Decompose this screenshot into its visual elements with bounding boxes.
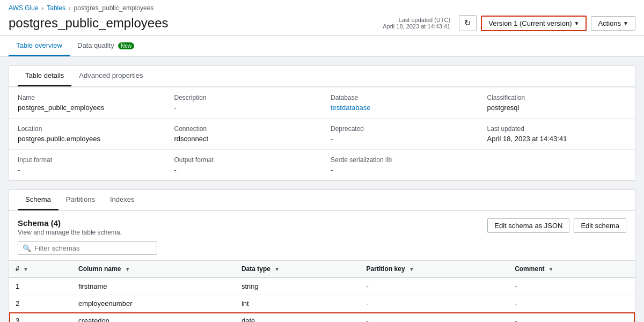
tab-table-details[interactable]: Table details <box>18 66 71 86</box>
detail-output-format: Output format - <box>166 150 323 180</box>
table-header-row: # ▼ Column name ▼ Data type ▼ Partition … <box>9 261 635 277</box>
detail-location: Location postgres.public.employees <box>9 119 166 149</box>
cell-column-name: firstname <box>72 277 235 295</box>
actions-dropdown-arrow: ▼ <box>623 20 628 26</box>
details-row-2: Location postgres.public.employees Conne… <box>9 118 635 149</box>
details-content: Name postgres_public_employees Descripti… <box>9 87 635 180</box>
schema-section: Schema Partitions Indexes Schema (4) Vie… <box>9 189 635 322</box>
schema-subtitle: View and manage the table schema. <box>18 229 122 236</box>
filter-schemas-input[interactable] <box>34 244 152 252</box>
schema-title-block: Schema (4) View and manage the table sch… <box>18 218 122 236</box>
detail-serde: Serde serialization lib - <box>322 150 479 180</box>
cell-num: 2 <box>9 295 72 312</box>
edit-schema-json-button[interactable]: Edit schema as JSON <box>487 218 569 233</box>
cell-partition-key: - <box>360 295 509 312</box>
page-title: postgres_public_employees <box>9 16 169 31</box>
filter-input-wrap: 🔍 <box>18 241 157 255</box>
refresh-button[interactable]: ↻ <box>459 15 477 31</box>
sort-arrow-column-name: ▼ <box>125 266 130 272</box>
table-row: 2 employeenumber int - - <box>9 295 635 312</box>
sort-arrow-partition-key: ▼ <box>409 266 414 272</box>
cell-data-type: int <box>235 295 360 312</box>
inner-tabs: Table details Advanced properties <box>9 66 635 87</box>
table-row: 1 firstname string - - <box>9 277 635 295</box>
last-updated: Last updated (UTC) April 18, 2023 at 14:… <box>383 17 450 30</box>
tab-data-quality[interactable]: Data quality New <box>70 36 142 56</box>
detail-last-updated: Last updated April 18, 2023 at 14:43:41 <box>479 119 635 149</box>
sort-arrow-comment: ▼ <box>548 266 554 272</box>
cell-column-name: employeenumber <box>72 295 235 312</box>
header-actions: Last updated (UTC) April 18, 2023 at 14:… <box>383 15 635 31</box>
col-header-data-type: Data type ▼ <box>235 261 360 277</box>
breadcrumb-sep-1: › <box>42 5 44 11</box>
detail-input-format: Input format - <box>9 150 166 180</box>
cell-comment: - <box>508 312 635 323</box>
breadcrumb: AWS Glue › Tables › postgres_public_empl… <box>9 4 635 12</box>
tab-advanced-properties[interactable]: Advanced properties <box>71 66 150 86</box>
schema-title: Schema (4) <box>18 218 122 228</box>
actions-label: Actions <box>598 19 621 27</box>
actions-button[interactable]: Actions ▼ <box>591 16 635 31</box>
col-header-num: # ▼ <box>9 261 72 277</box>
version-dropdown-arrow: ▼ <box>574 20 580 26</box>
cell-comment: - <box>508 277 635 295</box>
detail-empty <box>479 150 635 180</box>
tab-table-overview[interactable]: Table overview <box>9 36 70 56</box>
cell-partition-key: - <box>360 277 509 295</box>
detail-connection: Connection rdsconnect <box>166 119 323 149</box>
cell-column-name: createdon <box>72 312 235 323</box>
cell-data-type: string <box>235 277 360 295</box>
breadcrumb-tables[interactable]: Tables <box>47 4 65 12</box>
schema-header-buttons: Edit schema as JSON Edit schema <box>487 218 626 233</box>
cell-comment: - <box>508 295 635 312</box>
schema-table-wrap: # ▼ Column name ▼ Data type ▼ Partition … <box>9 260 635 322</box>
breadcrumb-current: postgres_public_employees <box>74 4 154 12</box>
version-label: Version 1 (Current version) <box>488 19 572 27</box>
detail-database: Database testdatabase <box>322 87 479 118</box>
detail-description: Description - <box>166 87 323 118</box>
search-icon: 🔍 <box>23 244 31 252</box>
breadcrumb-sep-2: › <box>69 5 71 11</box>
table-row: 3 createdon date - - <box>9 312 635 323</box>
col-header-column-name: Column name ▼ <box>72 261 235 277</box>
sort-arrow-data-type: ▼ <box>274 266 280 272</box>
data-quality-badge: New <box>118 42 134 49</box>
detail-name: Name postgres_public_employees <box>9 87 166 118</box>
filter-bar: 🔍 <box>9 241 635 260</box>
breadcrumb-aws-glue[interactable]: AWS Glue <box>9 4 39 12</box>
schema-table: # ▼ Column name ▼ Data type ▼ Partition … <box>9 261 635 322</box>
main-tabs: Table overview Data quality New <box>0 36 644 57</box>
detail-classification: Classification postgresql <box>479 87 635 118</box>
cell-partition-key: - <box>360 312 509 323</box>
cell-num: 1 <box>9 277 72 295</box>
schema-table-body: 1 firstname string - - 2 employeenumber … <box>9 277 635 322</box>
schema-header: Schema (4) View and manage the table sch… <box>9 211 635 241</box>
tab-indexes[interactable]: Indexes <box>103 190 142 210</box>
details-row-3: Input format - Output format - Serde ser… <box>9 149 635 180</box>
cell-num: 3 <box>9 312 72 323</box>
col-header-comment: Comment ▼ <box>508 261 635 277</box>
detail-deprecated: Deprecated - <box>322 119 479 149</box>
schema-tabs: Schema Partitions Indexes <box>9 190 635 211</box>
tab-schema[interactable]: Schema <box>18 190 58 210</box>
cell-data-type: date <box>235 312 360 323</box>
tab-partitions[interactable]: Partitions <box>58 190 103 210</box>
edit-schema-button[interactable]: Edit schema <box>574 218 626 233</box>
version-button[interactable]: Version 1 (Current version) ▼ <box>481 16 587 31</box>
sort-arrow-num: ▼ <box>23 266 28 272</box>
table-details-card: Table details Advanced properties Name p… <box>9 65 635 181</box>
details-row-1: Name postgres_public_employees Descripti… <box>9 87 635 118</box>
col-header-partition-key: Partition key ▼ <box>360 261 509 277</box>
